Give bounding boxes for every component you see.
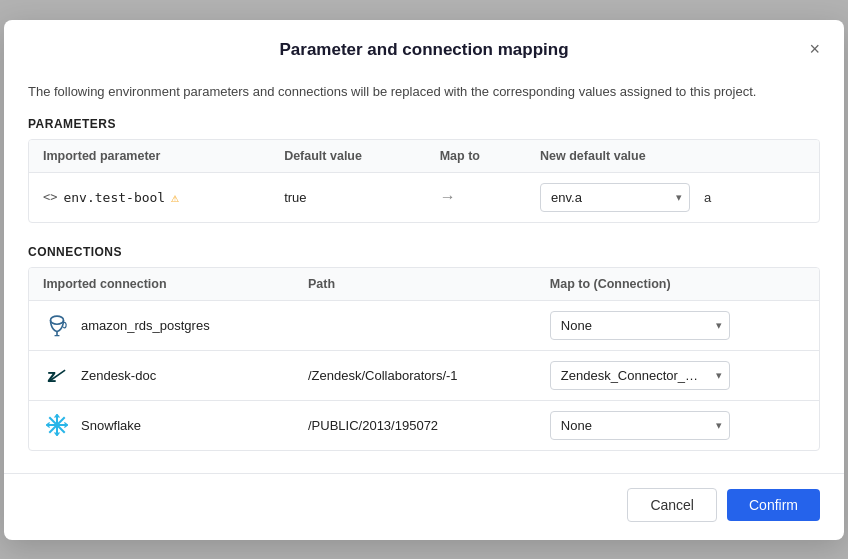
connection-name-cell-0: amazon_rds_postgres bbox=[29, 300, 294, 350]
modal-header: Parameter and connection mapping × bbox=[4, 20, 844, 74]
col-imported-connection: Imported connection bbox=[29, 268, 294, 301]
zendesk-icon: z bbox=[43, 361, 71, 389]
connection-map-to-cell-2: None Snowflake_1 Snowflake_2 ▾ bbox=[536, 400, 819, 450]
parameters-table-wrapper: Imported parameter Default value Map to … bbox=[28, 139, 820, 223]
param-name-text: env.test-bool bbox=[63, 190, 165, 205]
connection-name-1: Zendesk-doc bbox=[81, 368, 156, 383]
connection-map-to-cell-1: Zendesk_Connector_… None Zendesk_Connect… bbox=[536, 350, 819, 400]
postgres-icon bbox=[43, 311, 71, 339]
connection-map-to-select-2[interactable]: None Snowflake_1 Snowflake_2 bbox=[550, 411, 730, 440]
svg-point-0 bbox=[51, 316, 64, 324]
connection-name-wrapper-0: amazon_rds_postgres bbox=[43, 311, 280, 339]
param-map-to-select-wrapper[interactable]: env.a env.b env.c ▾ bbox=[540, 183, 690, 212]
col-imported-parameter: Imported parameter bbox=[29, 140, 270, 173]
connection-path-2: /PUBLIC/2013/195072 bbox=[308, 418, 438, 433]
modal-container: Parameter and connection mapping × The f… bbox=[4, 20, 844, 540]
param-default-value: true bbox=[284, 190, 306, 205]
param-map-to-select[interactable]: env.a env.b env.c bbox=[540, 183, 690, 212]
connection-map-to-select-wrapper-2[interactable]: None Snowflake_1 Snowflake_2 ▾ bbox=[550, 411, 730, 440]
connection-path-cell-2: /PUBLIC/2013/195072 bbox=[294, 400, 536, 450]
connection-map-to-cell-0: None amazon_rds_1 amazon_rds_2 ▾ bbox=[536, 300, 819, 350]
connections-header-row: Imported connection Path Map to (Connect… bbox=[29, 268, 819, 301]
svg-point-9 bbox=[55, 423, 60, 428]
param-name: <> env.test-bool ⚠ bbox=[43, 190, 256, 205]
connection-row-0: amazon_rds_postgres None amazon_rds_1 bbox=[29, 300, 819, 350]
modal-title: Parameter and connection mapping bbox=[279, 40, 568, 60]
modal-description: The following environment parameters and… bbox=[28, 74, 820, 99]
warning-icon: ⚠ bbox=[171, 190, 179, 205]
snowflake-icon bbox=[43, 411, 71, 439]
cancel-button[interactable]: Cancel bbox=[627, 488, 717, 522]
connection-row-1: z Zendesk-doc /Zendesk/Collaborators/-1 bbox=[29, 350, 819, 400]
param-map-to-cell: → bbox=[426, 172, 526, 222]
parameters-section-label: PARAMETERS bbox=[28, 117, 820, 131]
connection-name-cell-1: z Zendesk-doc bbox=[29, 350, 294, 400]
svg-text:z: z bbox=[47, 366, 56, 386]
col-map-to-connection: Map to (Connection) bbox=[536, 268, 819, 301]
col-map-to: Map to bbox=[426, 140, 526, 173]
connection-row-2: Snowflake /PUBLIC/2013/195072 None Snowf… bbox=[29, 400, 819, 450]
modal-footer: Cancel Confirm bbox=[4, 473, 844, 540]
connection-map-to-select-1[interactable]: Zendesk_Connector_… None Zendesk_Connect… bbox=[550, 361, 730, 390]
parameters-table: Imported parameter Default value Map to … bbox=[29, 140, 819, 222]
col-default-value: Default value bbox=[270, 140, 426, 173]
connection-name-2: Snowflake bbox=[81, 418, 141, 433]
connections-table: Imported connection Path Map to (Connect… bbox=[29, 268, 819, 450]
close-button[interactable]: × bbox=[803, 38, 826, 60]
param-map-to-select-cell: env.a env.b env.c ▾ a bbox=[526, 173, 819, 222]
connections-section-label: CONNECTIONS bbox=[28, 245, 820, 259]
connection-name-cell-2: Snowflake bbox=[29, 400, 294, 450]
connection-name-0: amazon_rds_postgres bbox=[81, 318, 210, 333]
connection-map-to-select-0[interactable]: None amazon_rds_1 amazon_rds_2 bbox=[550, 311, 730, 340]
new-default-value: a bbox=[704, 190, 711, 205]
col-new-default-value: New default value bbox=[526, 140, 819, 173]
connection-path-1: /Zendesk/Collaborators/-1 bbox=[308, 368, 458, 383]
connection-map-to-select-wrapper-1[interactable]: Zendesk_Connector_… None Zendesk_Connect… bbox=[550, 361, 730, 390]
arrow-icon: → bbox=[440, 188, 456, 205]
modal-body: The following environment parameters and… bbox=[4, 74, 844, 473]
param-default-value-cell: true bbox=[270, 172, 426, 222]
param-row-0: <> env.test-bool ⚠ true → bbox=[29, 172, 819, 222]
param-name-cell: <> env.test-bool ⚠ bbox=[29, 172, 270, 222]
connections-table-wrapper: Imported connection Path Map to (Connect… bbox=[28, 267, 820, 451]
confirm-button[interactable]: Confirm bbox=[727, 489, 820, 521]
connection-name-wrapper-1: z Zendesk-doc bbox=[43, 361, 280, 389]
connection-path-cell-0 bbox=[294, 300, 536, 350]
connection-path-cell-1: /Zendesk/Collaborators/-1 bbox=[294, 350, 536, 400]
col-path: Path bbox=[294, 268, 536, 301]
code-icon: <> bbox=[43, 190, 57, 204]
connection-name-wrapper-2: Snowflake bbox=[43, 411, 280, 439]
connection-map-to-select-wrapper-0[interactable]: None amazon_rds_1 amazon_rds_2 ▾ bbox=[550, 311, 730, 340]
parameters-header-row: Imported parameter Default value Map to … bbox=[29, 140, 819, 173]
